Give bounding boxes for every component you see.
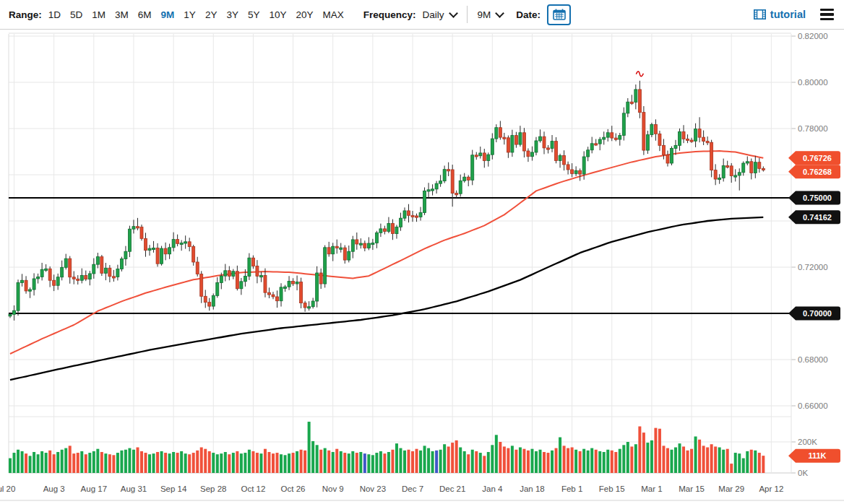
- chevron-down-icon: [495, 9, 504, 18]
- period-dropdown[interactable]: 9M: [478, 9, 504, 20]
- svg-text:Oct 12: Oct 12: [241, 485, 265, 493]
- svg-text:Nov 23: Nov 23: [360, 485, 386, 493]
- svg-text:Mar 29: Mar 29: [718, 485, 744, 493]
- date-picker-button[interactable]: [547, 4, 571, 25]
- range-option-5y[interactable]: 5Y: [248, 9, 260, 20]
- frequency-dropdown[interactable]: Daily: [423, 9, 457, 20]
- level-badge: 0.70000: [788, 307, 840, 321]
- svg-text:Apr 12: Apr 12: [759, 485, 783, 493]
- tutorial-link[interactable]: tutorial: [754, 9, 806, 20]
- svg-text:Sep 14: Sep 14: [160, 485, 187, 493]
- range-label: Range:: [9, 9, 42, 20]
- svg-text:0.78000: 0.78000: [798, 124, 828, 133]
- candlestick-chart[interactable]: 0.820000.800000.780000.760000.740000.720…: [0, 30, 844, 504]
- svg-text:0.82000: 0.82000: [798, 32, 828, 40]
- svg-text:0.70000: 0.70000: [803, 309, 832, 318]
- svg-text:Oct 26: Oct 26: [281, 485, 306, 493]
- frequency-label: Frequency:: [363, 9, 416, 20]
- range-option-2y[interactable]: 2Y: [205, 9, 218, 20]
- svg-text:Nov 9: Nov 9: [322, 485, 344, 493]
- axis-labels: 0.820000.800000.780000.760000.740000.720…: [0, 32, 828, 493]
- range-option-1d[interactable]: 1D: [48, 9, 61, 20]
- svg-text:Aug 31: Aug 31: [121, 485, 147, 493]
- last-price-badge: 0.76726: [788, 151, 840, 165]
- range-option-6m[interactable]: 6M: [138, 9, 152, 20]
- level-badge: 0.75000: [788, 191, 840, 205]
- last-price-badge: 0.76268: [788, 165, 840, 178]
- date-label: Date:: [516, 9, 541, 20]
- range-options: 1D5D1M3M6M9M1Y2Y3Y5Y10Y20YMAX: [48, 9, 353, 20]
- svg-text:0.76726: 0.76726: [803, 154, 832, 162]
- range-option-1m[interactable]: 1M: [92, 9, 106, 20]
- svg-text:Feb 1: Feb 1: [561, 485, 582, 493]
- svg-text:Aug 17: Aug 17: [81, 485, 107, 493]
- svg-text:111K: 111K: [808, 451, 826, 460]
- volume-badge: 111K: [788, 449, 840, 463]
- chart-area[interactable]: 0.820000.800000.780000.760000.740000.720…: [0, 30, 844, 504]
- range-option-9m[interactable]: 9M: [161, 9, 175, 20]
- candles: [9, 81, 765, 321]
- frequency-value: Daily: [423, 9, 444, 20]
- black-200d-ma-line: [10, 217, 763, 380]
- range-option-max[interactable]: MAX: [322, 9, 343, 20]
- range-option-5d[interactable]: 5D: [70, 9, 82, 20]
- range-option-20y[interactable]: 20Y: [296, 9, 313, 20]
- menu-icon[interactable]: [819, 5, 835, 24]
- calendar-icon: [553, 9, 566, 20]
- range-option-1y[interactable]: 1Y: [184, 9, 196, 20]
- range-option-10y[interactable]: 10Y: [269, 9, 286, 20]
- range-option-3m[interactable]: 3M: [115, 9, 129, 20]
- svg-text:Mar 15: Mar 15: [679, 485, 705, 493]
- toolbar-divider: [467, 6, 468, 23]
- tutorial-video-icon: [754, 9, 766, 19]
- svg-text:Jul 20: Jul 20: [0, 485, 15, 493]
- svg-text:0.74162: 0.74162: [803, 213, 832, 222]
- tutorial-label: tutorial: [770, 9, 806, 20]
- svg-text:Mar 1: Mar 1: [641, 485, 662, 493]
- svg-text:0.72000: 0.72000: [798, 263, 828, 271]
- svg-text:0.68000: 0.68000: [798, 355, 828, 364]
- svg-text:Jan 4: Jan 4: [482, 485, 503, 493]
- svg-text:Sep 28: Sep 28: [200, 485, 226, 493]
- svg-text:Aug 3: Aug 3: [43, 485, 65, 493]
- grid-layer: [0, 33, 844, 500]
- svg-text:Dec 21: Dec 21: [439, 485, 465, 493]
- peak-scribble-annotation: [636, 71, 643, 77]
- svg-text:Dec 7: Dec 7: [402, 485, 423, 493]
- red-50d-ma-line: [10, 151, 763, 354]
- svg-text:200K: 200K: [798, 438, 817, 446]
- volume-bars: [9, 422, 765, 473]
- svg-text:0.75000: 0.75000: [803, 194, 832, 202]
- svg-text:0K: 0K: [798, 469, 808, 477]
- svg-text:0.66000: 0.66000: [798, 401, 828, 410]
- level-badge: 0.74162: [788, 210, 840, 224]
- chevron-down-icon: [449, 9, 458, 18]
- svg-text:0.80000: 0.80000: [798, 78, 828, 87]
- range-option-3y[interactable]: 3Y: [226, 9, 238, 20]
- svg-text:Feb 15: Feb 15: [599, 485, 625, 493]
- period-value: 9M: [478, 9, 491, 20]
- svg-text:Jan 18: Jan 18: [520, 485, 545, 493]
- svg-text:0.76268: 0.76268: [803, 168, 832, 176]
- chart-toolbar: Range: 1D5D1M3M6M9M1Y2Y3Y5Y10Y20YMAX Fre…: [0, 0, 844, 30]
